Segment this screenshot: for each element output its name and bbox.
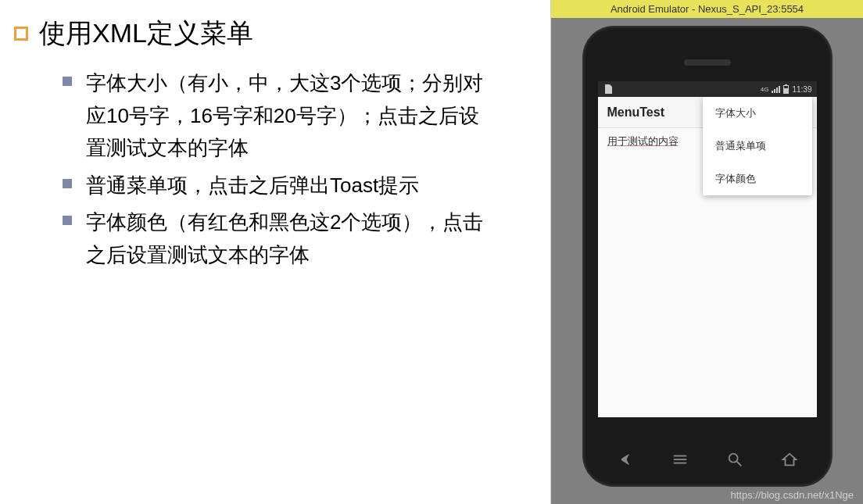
earpiece-icon	[684, 59, 731, 66]
bullet-text: 字体大小（有小，中，大这3个选项；分别对应10号字，16号字和20号字）；点击之…	[86, 67, 492, 165]
sdcard-icon	[604, 84, 612, 94]
menu-icon[interactable]	[671, 451, 689, 468]
bullet-icon	[63, 77, 72, 86]
svg-point-3	[729, 454, 737, 463]
title-bullet-icon	[14, 27, 28, 41]
watermark: https://blog.csdn.net/x1Nge	[730, 489, 854, 501]
bullet-text: 普通菜单项，点击之后弹出Toast提示	[86, 170, 419, 202]
battery-icon	[783, 85, 789, 94]
svg-rect-0	[673, 456, 686, 457]
list-item: 普通菜单项，点击之后弹出Toast提示	[63, 170, 543, 202]
app-title: MenuTest	[607, 105, 664, 120]
bullet-list: 字体大小（有小，中，大这3个选项；分别对应10号字，16号字和20号字）；点击之…	[8, 67, 543, 272]
svg-line-4	[736, 462, 741, 466]
back-icon[interactable]	[617, 451, 634, 468]
slide-title: 使用XML定义菜单	[39, 16, 253, 52]
signal-icon	[772, 85, 780, 93]
emulator-panel: Android Emulator - Nexus_S_API_23:5554 4…	[550, 0, 863, 504]
list-item: 字体颜色（有红色和黑色这2个选项），点击之后设置测试文本的字体	[63, 206, 543, 271]
phone-frame: 4G 11:39 MenuTest 用于测试的内容 字体大小 普通菜单项	[582, 26, 833, 487]
emulator-body: 4G 11:39 MenuTest 用于测试的内容 字体大小 普通菜单项	[551, 18, 863, 504]
svg-rect-1	[673, 459, 686, 460]
slide-content: 使用XML定义菜单 字体大小（有小，中，大这3个选项；分别对应10号字，16号字…	[0, 0, 550, 504]
menu-popup: 字体大小 普通菜单项 字体颜色	[703, 97, 812, 195]
menu-item-font-size[interactable]: 字体大小	[703, 97, 812, 130]
phone-screen[interactable]: 4G 11:39 MenuTest 用于测试的内容 字体大小 普通菜单项	[598, 81, 817, 417]
status-time: 11:39	[792, 85, 811, 94]
slide-title-row: 使用XML定义菜单	[8, 16, 543, 52]
bullet-icon	[63, 216, 72, 225]
menu-item-normal[interactable]: 普通菜单项	[703, 130, 812, 163]
network-label: 4G	[761, 86, 769, 93]
bullet-text: 字体颜色（有红色和黑色这2个选项），点击之后设置测试文本的字体	[86, 206, 492, 271]
menu-item-font-color[interactable]: 字体颜色	[703, 163, 812, 195]
svg-rect-2	[673, 463, 686, 464]
emulator-title: Android Emulator - Nexus_S_API_23:5554	[551, 0, 863, 18]
bullet-icon	[63, 179, 72, 188]
list-item: 字体大小（有小，中，大这3个选项；分别对应10号字，16号字和20号字）；点击之…	[63, 67, 543, 165]
status-bar: 4G 11:39	[598, 81, 817, 97]
search-icon[interactable]	[726, 451, 743, 468]
nav-bar	[598, 445, 817, 474]
home-icon[interactable]	[781, 451, 798, 468]
